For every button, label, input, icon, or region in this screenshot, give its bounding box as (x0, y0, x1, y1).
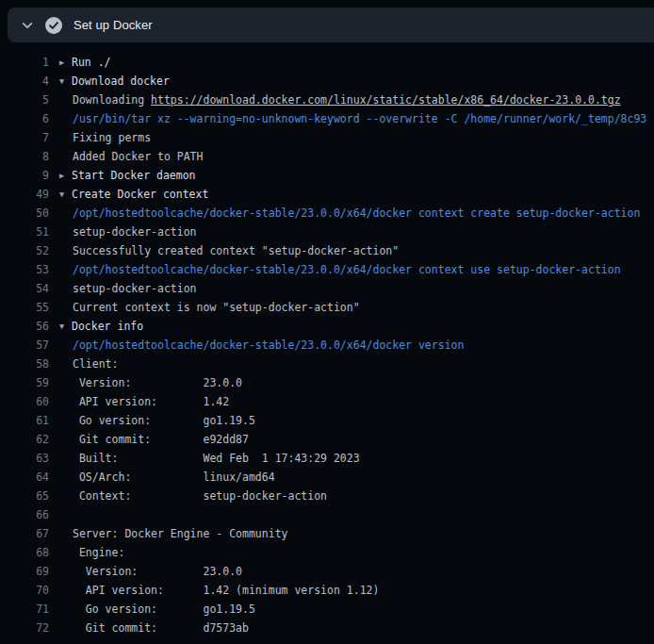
log-row: 6/usr/bin/tar xz --warning=no-unknown-ke… (0, 109, 654, 128)
log-row: 1▶Run ./ (0, 53, 654, 72)
log-text: Context: setup-docker-action (59, 487, 327, 505)
log-row: 71 Go version: go1.19.5 (0, 600, 654, 619)
line-number[interactable]: 50 (0, 204, 49, 223)
group-title[interactable]: Run ./ (72, 56, 111, 69)
line-number[interactable]: 52 (0, 241, 49, 260)
log-text: Built: Wed Feb 1 17:43:29 2023 (59, 449, 360, 468)
line-number[interactable]: 51 (0, 223, 49, 241)
log-row: 8Added Docker to PATH (0, 147, 654, 166)
line-number[interactable]: 57 (0, 336, 49, 355)
line-number[interactable]: 65 (0, 487, 49, 505)
log-text: API version: 1.42 (minimum version 1.12) (59, 581, 379, 600)
group-title[interactable]: Create Docker context (72, 188, 208, 201)
log-row: 61 Go version: go1.19.5 (0, 411, 654, 430)
log-text: setup-docker-action (59, 223, 197, 241)
line-number[interactable]: 60 (0, 392, 49, 411)
log-row: 64 OS/Arch: linux/amd64 (0, 468, 654, 487)
line-number[interactable]: 53 (0, 260, 49, 279)
line-number[interactable]: 64 (0, 468, 49, 487)
group-collapsed-icon[interactable]: ▶ (59, 53, 72, 72)
log-row: 62 Git commit: e92dd87 (0, 430, 654, 449)
log-row: 66 (0, 505, 654, 524)
log-row: 49▼Create Docker context (0, 185, 654, 204)
line-number[interactable]: 7 (0, 128, 49, 147)
log-link[interactable]: https://download.docker.com/linux/static… (151, 93, 621, 107)
group-expanded-icon[interactable]: ▼ (59, 185, 72, 204)
line-number[interactable]: 8 (0, 147, 49, 166)
log-text: Git commit: d7573ab (59, 619, 249, 637)
log-text: Current context is now "setup-docker-act… (59, 298, 360, 317)
log-text: Downloading (73, 93, 151, 107)
log-text: Version: 23.0.0 (59, 373, 242, 392)
log-command-text: /opt/hostedtoolcache/docker-stable/23.0.… (59, 260, 621, 279)
log-row: 59 Version: 23.0.0 (0, 373, 654, 392)
log-row: 69 Version: 23.0.0 (0, 562, 654, 581)
group-title[interactable]: Download docker (72, 74, 170, 88)
log-text: Added Docker to PATH (59, 147, 203, 166)
group-title[interactable]: Docker info (72, 320, 143, 333)
log-text-line: Downloading https://download.docker.com/… (59, 91, 621, 109)
log-row: 9▶Start Docker daemon (0, 166, 654, 185)
line-number[interactable]: 9 (0, 166, 49, 185)
log-lines: 1▶Run ./4▼Download docker5Downloading ht… (0, 53, 654, 637)
log-command-text: /usr/bin/tar xz --warning=no-unknown-key… (59, 109, 646, 128)
log-row: 52Successfully created context "setup-do… (0, 241, 654, 260)
line-number[interactable]: 72 (0, 619, 49, 637)
log-text: API version: 1.42 (59, 392, 229, 411)
line-number[interactable]: 70 (0, 581, 49, 600)
log-text: Successfully created context "setup-dock… (59, 241, 399, 260)
log-row: 54setup-docker-action (0, 279, 654, 298)
group-collapsed-icon[interactable]: ▶ (59, 166, 72, 185)
step-title: Set up Docker (74, 18, 153, 32)
log-row: 53/opt/hostedtoolcache/docker-stable/23.… (0, 260, 654, 279)
line-number[interactable]: 4 (0, 72, 49, 91)
log-text: OS/Arch: linux/amd64 (59, 468, 275, 487)
line-number[interactable]: 58 (0, 355, 49, 373)
log-row: 68 Engine: (0, 543, 654, 562)
log-row: 5Downloading https://download.docker.com… (0, 91, 654, 109)
line-number[interactable]: 67 (0, 524, 49, 543)
line-number[interactable]: 66 (0, 505, 49, 524)
log-row: 60 API version: 1.42 (0, 392, 654, 411)
log-row: 63 Built: Wed Feb 1 17:43:29 2023 (0, 449, 654, 468)
log-row: 58Client: (0, 355, 654, 373)
log-text: Server: Docker Engine - Community (59, 524, 287, 543)
line-number[interactable]: 71 (0, 600, 49, 619)
group-expanded-icon[interactable]: ▼ (59, 72, 72, 91)
log-text: Go version: go1.19.5 (59, 411, 255, 430)
line-number[interactable]: 56 (0, 317, 49, 336)
group-title[interactable]: Start Docker daemon (72, 169, 196, 182)
log-row: 65 Context: setup-docker-action (0, 487, 654, 505)
log-row: 55Current context is now "setup-docker-a… (0, 298, 654, 317)
log-command-text: /opt/hostedtoolcache/docker-stable/23.0.… (59, 204, 640, 223)
line-number[interactable]: 62 (0, 430, 49, 449)
group-expanded-icon[interactable]: ▼ (59, 317, 72, 336)
log-text: Version: 23.0.0 (59, 562, 242, 581)
line-number[interactable]: 61 (0, 411, 49, 430)
log-row: 72 Git commit: d7573ab (0, 619, 654, 637)
check-circle-icon (45, 17, 62, 34)
log-row: 50/opt/hostedtoolcache/docker-stable/23.… (0, 204, 654, 223)
line-number[interactable]: 68 (0, 543, 49, 562)
line-number[interactable]: 1 (0, 53, 49, 72)
chevron-down-icon (21, 19, 34, 32)
line-number[interactable]: 69 (0, 562, 49, 581)
collapse-step-button[interactable] (17, 15, 38, 36)
line-number[interactable]: 59 (0, 373, 49, 392)
line-number[interactable]: 54 (0, 279, 49, 298)
line-number[interactable]: 63 (0, 449, 49, 468)
log-text: Go version: go1.19.5 (59, 600, 255, 619)
log-row: 56▼Docker info (0, 317, 654, 336)
log-row: 4▼Download docker (0, 72, 654, 91)
log-row: 67Server: Docker Engine - Community (0, 524, 654, 543)
log-text: Fixing perms (59, 128, 151, 147)
log-text: Client: (59, 355, 118, 373)
line-number[interactable]: 5 (0, 91, 49, 109)
log-text: Engine: (59, 543, 124, 562)
line-number[interactable]: 6 (0, 109, 49, 128)
step-header[interactable]: Set up Docker (8, 8, 654, 42)
log-text: setup-docker-action (59, 279, 197, 298)
log-command-text: /opt/hostedtoolcache/docker-stable/23.0.… (59, 336, 464, 355)
line-number[interactable]: 49 (0, 185, 49, 204)
line-number[interactable]: 55 (0, 298, 49, 317)
